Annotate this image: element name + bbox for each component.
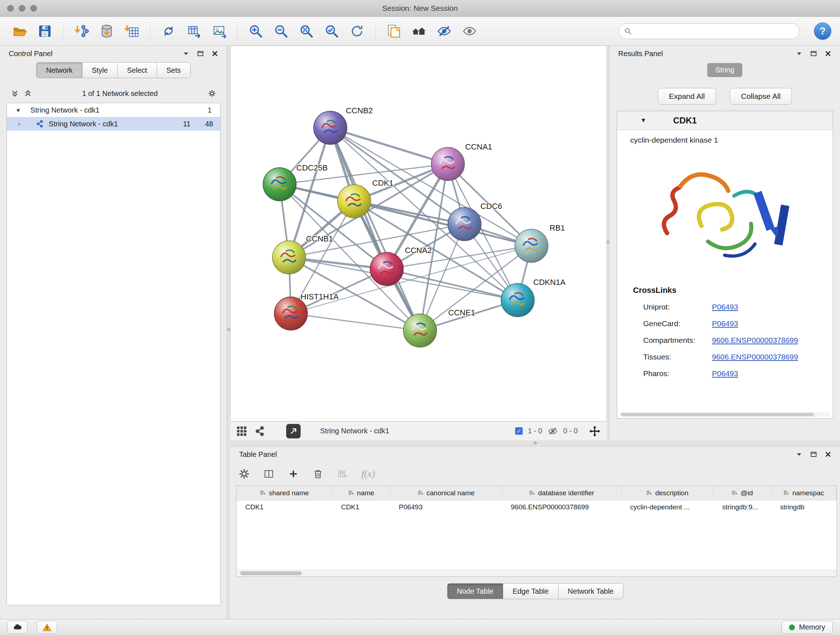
tab-select[interactable]: Select	[117, 62, 157, 78]
network-node-hist1h1a[interactable]	[274, 297, 308, 330]
network-node-cdc25b[interactable]	[263, 168, 296, 201]
help-button[interactable]: ?	[814, 22, 831, 40]
table-settings-button[interactable]	[238, 468, 250, 480]
gear-icon[interactable]	[208, 89, 216, 97]
expand-all-button[interactable]: Expand All	[658, 88, 716, 105]
tab-sets[interactable]: Sets	[156, 62, 191, 78]
birdseye-view-button[interactable]	[409, 21, 429, 42]
network-row-selected[interactable]: ● String Network - cdk1 11 48	[7, 117, 220, 131]
crosslink-value-link[interactable]: P06493	[712, 369, 738, 378]
gene-section-header[interactable]: ▼ CDK1	[617, 111, 833, 130]
panel-close-icon[interactable]	[825, 451, 831, 458]
panel-menu-icon[interactable]	[183, 50, 189, 57]
network-edge[interactable]	[330, 128, 448, 164]
network-from-table-button[interactable]	[184, 21, 204, 42]
table-cell[interactable]: P06493	[390, 500, 502, 514]
zoom-fit-button[interactable]	[296, 21, 317, 42]
network-node-ccnb2[interactable]	[314, 111, 347, 144]
splitter-bottom[interactable]	[231, 440, 840, 446]
export-image-button[interactable]	[209, 21, 229, 42]
zoom-in-button[interactable]	[246, 21, 266, 42]
tab-edge-table[interactable]: Edge Table	[503, 583, 559, 599]
refresh-layout-button[interactable]	[347, 21, 367, 42]
splitter-handle[interactable]	[534, 441, 537, 445]
collapse-all-icon[interactable]	[11, 89, 19, 97]
panel-float-icon[interactable]	[810, 50, 817, 57]
table-horizontal-scrollbar[interactable]	[237, 570, 836, 576]
table-cell[interactable]: CDK1	[332, 500, 390, 514]
network-collection-row[interactable]: ▼ String Network - cdk1 1	[7, 103, 220, 117]
show-columns-button[interactable]	[263, 468, 275, 480]
copy-style-button[interactable]	[384, 21, 404, 42]
network-node-cdc6[interactable]	[448, 207, 481, 241]
cloud-button[interactable]	[7, 621, 27, 634]
crosslink-value-link[interactable]: 9606.ENSP00000378699	[712, 336, 798, 345]
zoom-selected-button[interactable]	[322, 21, 342, 42]
column-header--id[interactable]: @id	[714, 486, 771, 500]
table-cell[interactable]: stringdb	[771, 500, 836, 514]
network-canvas[interactable]: CCNB2CCNA1CDC25BCDK1CDC6RB1CCNB1CCNA2CDK…	[231, 46, 607, 421]
panel-close-icon[interactable]	[212, 50, 218, 57]
add-column-button[interactable]	[287, 468, 299, 480]
network-graph[interactable]: CCNB2CCNA1CDC25BCDK1CDC6RB1CCNB1CCNA2CDK…	[231, 46, 606, 421]
splitter-right[interactable]	[607, 46, 609, 440]
table-cell[interactable]: cyclin-dependent ...	[622, 500, 714, 514]
tab-style[interactable]: Style	[82, 62, 118, 78]
network-node-ccnb1[interactable]	[272, 241, 306, 274]
results-horizontal-scrollbar[interactable]	[620, 412, 830, 417]
scrollbar-thumb[interactable]	[240, 571, 302, 575]
network-node-ccne1[interactable]	[403, 314, 437, 347]
panel-close-icon[interactable]	[825, 50, 831, 57]
panel-menu-icon[interactable]	[796, 451, 802, 458]
expand-all-icon[interactable]	[24, 89, 32, 97]
memory-button[interactable]: Memory	[782, 621, 833, 634]
hide-graphics-details-button[interactable]	[434, 21, 454, 42]
network-edge[interactable]	[291, 314, 420, 331]
save-session-button[interactable]	[35, 21, 55, 42]
crosslink-value-link[interactable]: P06493	[712, 302, 738, 311]
warnings-button[interactable]	[37, 621, 57, 634]
splitter-left[interactable]	[227, 46, 231, 619]
table-data-row[interactable]: CDK1CDK1P064939606.ENSP00000378699cyclin…	[237, 500, 836, 514]
column-header-canonical-name[interactable]: canonical name	[390, 486, 502, 500]
panel-float-icon[interactable]	[197, 50, 204, 57]
network-edge[interactable]	[387, 269, 518, 300]
collapse-all-button[interactable]: Collapse All	[729, 88, 792, 105]
column-header-name[interactable]: name	[332, 486, 390, 500]
network-node-ccna2[interactable]	[370, 252, 403, 286]
open-session-button[interactable]	[9, 21, 30, 42]
search-input[interactable]	[636, 27, 794, 35]
section-collapse-icon[interactable]: ▼	[640, 117, 646, 124]
crosslink-value-link[interactable]: 9606.ENSP00000378699	[712, 353, 798, 361]
zoom-out-button[interactable]	[271, 21, 291, 42]
network-node-cdkn1a[interactable]	[501, 283, 534, 317]
function-builder-button-disabled[interactable]: f(x)	[362, 469, 375, 480]
tab-node-table[interactable]: Node Table	[447, 583, 503, 599]
tab-network[interactable]: Network	[36, 62, 82, 78]
pan-navigator-icon[interactable]	[589, 425, 601, 437]
delete-column-button[interactable]	[312, 468, 324, 480]
show-graphics-details-button[interactable]	[459, 21, 480, 42]
selected-nodes-checkbox[interactable]: ✓	[515, 427, 523, 435]
import-network-from-database-button[interactable]	[96, 21, 117, 42]
network-node-cdk1[interactable]	[338, 185, 371, 218]
network-view-mode-button[interactable]	[254, 426, 265, 437]
network-edge[interactable]	[330, 128, 420, 331]
column-header-database-identifier[interactable]: database identifier	[502, 486, 622, 500]
tree-expanded-icon[interactable]: ▼	[16, 107, 21, 113]
tab-string[interactable]: String	[707, 63, 742, 77]
table-cell[interactable]: CDK1	[237, 500, 332, 514]
scrollbar-thumb[interactable]	[621, 413, 814, 416]
panel-menu-icon[interactable]	[796, 50, 802, 57]
table-cell[interactable]: stringdb:9...	[714, 500, 771, 514]
detach-view-button[interactable]	[286, 424, 301, 439]
delete-table-button-disabled[interactable]	[337, 468, 348, 480]
import-table-from-file-button[interactable]	[122, 21, 142, 42]
import-network-from-file-button[interactable]	[71, 21, 92, 42]
clone-network-button[interactable]	[158, 21, 179, 42]
grid-view-button[interactable]	[236, 426, 247, 437]
tab-network-table[interactable]: Network Table	[558, 583, 623, 599]
column-header-namespac[interactable]: namespac	[771, 486, 836, 500]
column-header-shared-name[interactable]: shared name	[237, 486, 332, 500]
column-header-description[interactable]: description	[622, 486, 714, 500]
